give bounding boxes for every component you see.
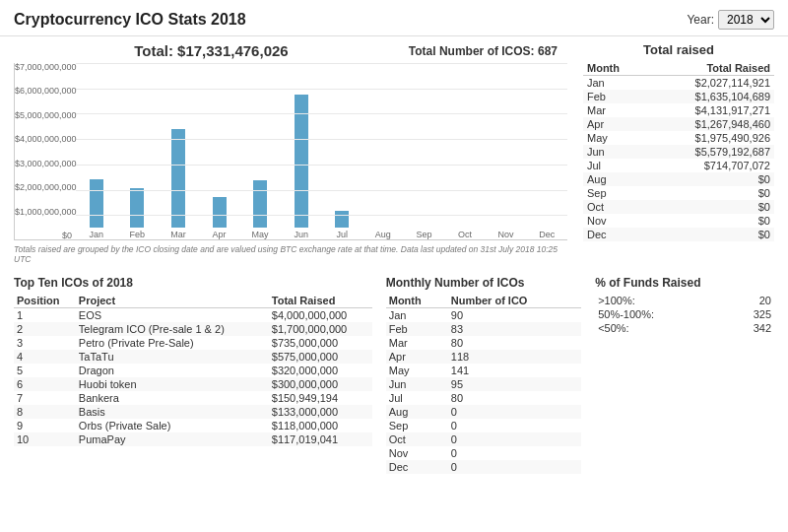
table-row: Jan$2,027,114,921 [583, 76, 774, 91]
bar-label: May [252, 230, 269, 239]
col-count: Number of ICO [448, 294, 581, 308]
count-cell: 0 [448, 432, 581, 446]
bar-chart: $7,000,000,000 $6,000,000,000 $5,000,000… [14, 63, 567, 240]
month-cell: Jan [583, 76, 645, 91]
chart-footnote: Totals raised are grouped by the ICO clo… [14, 244, 567, 264]
month-cell: Sep [583, 186, 645, 200]
raised-cell: $4,000,000,000 [269, 308, 372, 323]
project-cell: Telegram ICO (Pre-sale 1 & 2) [76, 322, 269, 336]
raised-cell: $300,000,000 [269, 377, 372, 391]
bar-label: Nov [498, 230, 514, 239]
table-row: Nov$0 [583, 214, 774, 228]
amount-cell: $4,131,917,271 [645, 103, 774, 117]
bar-label: Mar [170, 230, 186, 239]
raised-cell: $133,000,000 [269, 405, 372, 419]
page-header: Cryptocurrency ICO Stats 2018 Year: 2017… [0, 0, 788, 36]
bar-group: Oct [444, 228, 486, 239]
raised-cell: $320,000,000 [269, 364, 372, 377]
bar-label: Aug [375, 230, 391, 239]
pct-funds-table: >100%:2050%-100%:325<50%:342 [595, 294, 774, 335]
raised-col-amount: Total Raised [645, 61, 774, 76]
table-row: Aug$0 [583, 172, 774, 186]
year-label: Year: [687, 13, 714, 27]
monthly-icos-section: Monthly Number of ICOs Month Number of I… [386, 276, 581, 474]
raised-col-month: Month [583, 61, 645, 76]
year-dropdown[interactable]: 2017 2018 2019 [718, 10, 774, 30]
y-label: $2,000,000,000 [15, 183, 72, 192]
bar-label: Jul [337, 230, 349, 239]
raised-cell: $1,700,000,000 [269, 322, 372, 336]
count-cell: 0 [448, 446, 581, 460]
bar-label: Jun [294, 230, 308, 239]
project-cell: PumaPay [76, 432, 269, 446]
month-cell: Feb [386, 322, 448, 336]
bar-group: Apr [199, 197, 240, 239]
bar-group: Jan [76, 179, 117, 239]
count-cell: 118 [448, 350, 581, 364]
amount-cell: $0 [645, 186, 774, 200]
table-row: 3Petro (Private Pre-Sale)$735,000,000 [14, 336, 372, 350]
table-row: Aug0 [386, 405, 581, 419]
top-icos-title: Top Ten ICOs of 2018 [14, 276, 372, 290]
col-position: Position [14, 294, 76, 308]
month-cell: Aug [386, 405, 448, 419]
table-row: <50%:342 [595, 321, 774, 335]
table-row: 1EOS$4,000,000,000 [14, 308, 372, 323]
month-cell: Nov [583, 214, 645, 228]
month-cell: Apr [583, 117, 645, 131]
month-cell: Dec [386, 460, 448, 474]
col-month: Month [386, 294, 448, 308]
table-row: 4TaTaTu$575,000,000 [14, 350, 372, 364]
month-cell: May [386, 364, 448, 377]
table-row: 8Basis$133,000,000 [14, 405, 372, 419]
bar-group: May [239, 180, 281, 239]
bar [171, 129, 185, 228]
table-row: Feb$1,635,104,689 [583, 90, 774, 103]
month-cell: Oct [583, 200, 645, 214]
amount-cell: $2,027,114,921 [645, 76, 774, 91]
month-cell: Aug [583, 172, 645, 186]
month-cell: Nov [386, 446, 448, 460]
count-cell: 95 [448, 377, 581, 391]
bar-group: Feb [117, 188, 159, 239]
y-label: $6,000,000,000 [15, 87, 72, 96]
table-row: 2Telegram ICO (Pre-sale 1 & 2)$1,700,000… [14, 322, 372, 336]
table-row: Nov0 [386, 446, 581, 460]
bar-group: Jun [281, 95, 322, 239]
table-row: 5Dragon$320,000,000 [14, 364, 372, 377]
amount-cell: $1,267,948,460 [645, 117, 774, 131]
project-cell: TaTaTu [76, 350, 269, 364]
bars-area: JanFebMarAprMayJunJulAugSepOctNovDec [76, 62, 567, 239]
pos-cell: 8 [14, 405, 76, 419]
table-row: Jul80 [386, 391, 581, 405]
pct-funds-section: % of Funds Raised >100%:2050%-100%:325<5… [595, 276, 774, 474]
bar-group: Nov [486, 228, 527, 239]
table-row: 6Huobi token$300,000,000 [14, 377, 372, 391]
table-row: Jun95 [386, 377, 581, 391]
table-row: Mar80 [386, 336, 581, 350]
bar-label: Dec [539, 230, 555, 239]
amount-cell: $1,975,490,926 [645, 131, 774, 145]
count-cell: 90 [448, 308, 581, 323]
bottom-section: Top Ten ICOs of 2018 Position Project To… [0, 270, 788, 480]
project-cell: Huobi token [76, 377, 269, 391]
table-row: 50%-100%:325 [595, 307, 774, 321]
bar-label: Sep [416, 230, 431, 239]
total-raised-title: Total raised [583, 42, 774, 57]
year-selector[interactable]: Year: 2017 2018 2019 [687, 10, 774, 30]
pct-value: 342 [724, 321, 774, 335]
top-icos-section: Top Ten ICOs of 2018 Position Project To… [14, 276, 372, 474]
table-row: Dec$0 [583, 228, 774, 241]
bar-label: Feb [130, 230, 146, 239]
bar-label: Oct [458, 230, 472, 239]
project-cell: EOS [76, 308, 269, 323]
bar [295, 95, 308, 228]
y-label: $1,000,000,000 [15, 208, 72, 217]
pct-value: 20 [724, 294, 774, 307]
project-cell: Basis [76, 405, 269, 419]
monthly-icos-table: Month Number of ICO Jan90Feb83Mar80Apr11… [386, 294, 581, 474]
month-cell: Oct [386, 432, 448, 446]
bar-group: Sep [404, 228, 445, 239]
bar [90, 179, 103, 228]
bar [253, 180, 267, 228]
